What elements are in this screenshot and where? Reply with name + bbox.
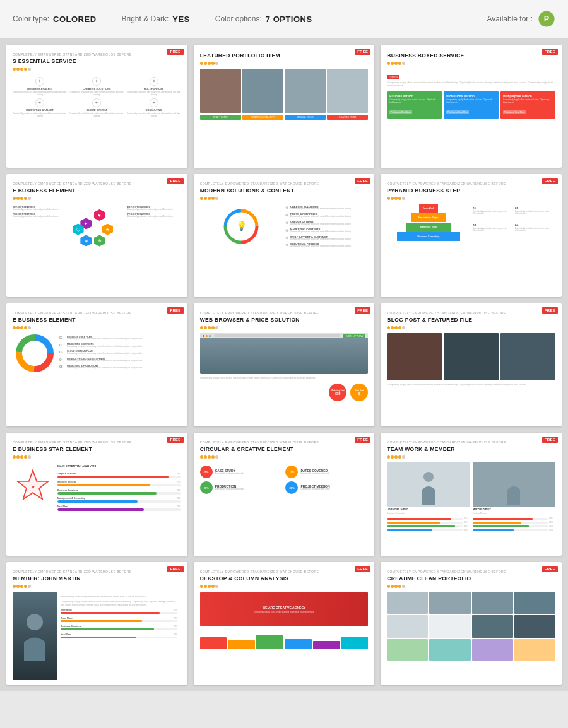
pyramid-step: 03 Dramatically productize web-ready met… [473, 223, 513, 238]
service-desc: Dramatically productize web-ready meta-d… [69, 91, 124, 96]
slide-badge: FREE [355, 566, 370, 572]
star-graphic: ★ [13, 462, 54, 514]
slide-top-label: COMPLETELY EMPOWERED STANDARDIZED WAREHO… [13, 440, 181, 444]
service-label: CLOUD SYSTEM [86, 109, 107, 112]
star-icon [402, 326, 405, 329]
slide-content: SIGN UP NOW Competently supply client-ce… [200, 333, 369, 421]
star-icon [391, 585, 394, 588]
pyramid-level-0: Team Work [419, 204, 438, 213]
slide-card-slide9[interactable]: FREE COMPLETELY EMPOWERED STANDARDIZED W… [381, 303, 562, 426]
portfolio-grid [387, 592, 555, 661]
slide-card-slide8[interactable]: FREE COMPLETELY EMPOWERED STANDARDIZED W… [194, 303, 375, 426]
member-info: Authoritatively unleash high standards i… [57, 592, 181, 680]
service-icon: ✦ [150, 98, 158, 107]
slide-card-slide4[interactable]: FREE COMPLETELY EMPOWERED STANDARDIZED W… [6, 174, 187, 297]
slide-top-label: COMPLETELY EMPOWERED STANDARDIZED WAREHO… [387, 570, 555, 573]
member-photo [387, 462, 470, 507]
blog-image-1 [444, 333, 499, 380]
star-icon [204, 62, 207, 65]
slide-inner: COMPLETELY EMPOWERED STANDARDIZED WAREHO… [6, 303, 187, 426]
slides-grid: FREE COMPLETELY EMPOWERED STANDARDIZED W… [0, 38, 568, 691]
svg-point-14 [509, 472, 519, 482]
slide-card-slide12[interactable]: FREE COMPLETELY EMPOWERED STANDARDIZED W… [381, 433, 562, 556]
slide-top-label: COMPLETELY EMPOWERED STANDARDIZED WAREHO… [13, 570, 181, 573]
pyramid-steps: 01 Dramatically productize web-ready met… [473, 204, 555, 241]
star-icon [20, 197, 23, 200]
slide-inner: COMPLETELY EMPOWERED STANDARDIZED WAREHO… [381, 174, 562, 297]
star-icon [204, 585, 207, 588]
star-icon [24, 455, 27, 459]
star-icon [200, 455, 203, 459]
mini-circle: 80% [285, 481, 298, 494]
color-type-item: Color type: COLORED [13, 15, 97, 24]
chart-bar-2 [256, 635, 283, 649]
slide-content: WE ARE CREATIVE AGNECY Competently suppl… [200, 592, 369, 680]
slide-title: E BUSINESS ELEMENT [13, 187, 181, 194]
portfolio-item-3 [514, 592, 555, 614]
hex-shape: ♥ [94, 209, 105, 221]
slide-card-slide13[interactable]: FREE COMPLETELY EMPOWERED STANDARDIZED W… [6, 562, 187, 685]
s4-labels-left: PROJECT FEATURES Dramatically productize… [13, 204, 66, 292]
slide-card-slide14[interactable]: FREE COMPLETELY EMPOWERED STANDARDIZED W… [194, 562, 375, 685]
box-btn[interactable]: Purchase or Read More [446, 110, 469, 114]
slide-title: BLOG POST & FEATURED FILE [387, 317, 555, 323]
star-icon [20, 585, 23, 588]
slide-card-slide10[interactable]: FREE COMPLETELY EMPOWERED STANDARDIZED W… [6, 433, 187, 556]
slide-content: 65% CASE STUDY Dramatically productize w… [200, 462, 369, 551]
star-icon [394, 62, 398, 65]
circular-item-3: 80% PROJECT MISSION Dramatically product… [285, 481, 368, 494]
slide-stars [387, 326, 555, 329]
slide-card-slide3[interactable]: FREE BUSINESS BOXED SERVICE Featured Com… [381, 45, 562, 168]
header-bar: Color type: COLORED Bright & Dark: YES C… [0, 0, 568, 38]
slide-top-label: COMPLETELY EMPOWERED STANDARDIZED WAREHO… [200, 570, 369, 573]
service-label: CREATIVE SOLUTIONS [83, 87, 110, 90]
box-btn[interactable]: Purchase or Read More [503, 110, 526, 114]
slide-content: CRAFT DEMO CONTINUES GALLERY MINIMAL VID… [200, 69, 369, 163]
svg-text:P: P [544, 15, 549, 23]
star-icon [204, 197, 207, 200]
blog-image-0 [387, 333, 442, 380]
service-item: ✦ CONSULTING Dramatically productize web… [126, 98, 180, 117]
slide-card-slide7[interactable]: FREE COMPLETELY EMPOWERED STANDARDIZED W… [6, 303, 187, 426]
list-item: 02 MARKETING SOLUTIONS Dramatically prod… [59, 343, 181, 348]
slide-content: 01 BUSINESS CORE PLAN Dramatically produ… [13, 333, 181, 421]
browser-cta[interactable]: SIGN UP NOW [343, 334, 365, 338]
star-icon [28, 326, 31, 329]
slide-stars [13, 455, 181, 459]
slide-card-slide15[interactable]: FREE COMPLETELY EMPOWERED STANDARDIZED W… [381, 562, 562, 685]
portfolio-item-10 [472, 639, 513, 661]
slide-card-slide5[interactable]: FREE COMPLETELY EMPOWERED STANDARDIZED W… [194, 174, 375, 297]
slide-card-slide2[interactable]: FREE FEATURED PORTFOLIO ITEM [194, 45, 375, 168]
slide-stars [387, 585, 555, 588]
slide-title: PYRAMID BUSINESS STEP [387, 187, 555, 194]
slide-badge: FREE [167, 437, 183, 443]
service-icon: ✦ [92, 77, 101, 86]
circular-item-2: 96% PRODUCTION Dramatically productize w… [200, 481, 283, 494]
star-icon [208, 197, 211, 200]
slide-content: Competently supply client-centric soluti… [387, 333, 555, 421]
svg-point-15 [27, 614, 43, 630]
color-type-label: Color type: [13, 15, 49, 23]
service-box-2: Multipurpose Version Competently supply … [500, 91, 555, 119]
chart-bar-1 [228, 640, 255, 649]
browser-mockup: SIGN UP NOW [200, 333, 369, 374]
star-icon [24, 585, 27, 588]
star-icon [200, 197, 203, 200]
portfolio-item-5 [429, 615, 470, 637]
slide-inner: COMPLETELY EMPOWERED STANDARDIZED WAREHO… [194, 303, 375, 426]
member-photo-large [13, 592, 57, 680]
chart-bar-4 [313, 641, 340, 649]
slide-card-slide11[interactable]: FREE COMPLETELY EMPOWERED STANDARDIZED W… [194, 433, 375, 556]
bar-item: 80% [473, 517, 555, 520]
slide-title: CIRCULAR & CREATIVE ELEMENT [200, 446, 369, 452]
box-btn[interactable]: Purchase or Read More [389, 110, 412, 114]
slide-card-slide1[interactable]: FREE COMPLETELY EMPOWERED STANDARDIZED W… [6, 45, 187, 168]
bar-item: 65% [473, 521, 555, 524]
solution-item: ◆ SOLUTION & PROCESS Dramatically produc… [285, 242, 368, 248]
pyramid-level-1: Presentation Project [411, 213, 446, 222]
star-icon [387, 62, 390, 65]
star-icon [24, 197, 27, 200]
star-icon [398, 326, 401, 329]
slide-card-slide6[interactable]: FREE COMPLETELY EMPOWERED STANDARDIZED W… [381, 174, 562, 297]
portfolio-item-7 [514, 615, 555, 637]
